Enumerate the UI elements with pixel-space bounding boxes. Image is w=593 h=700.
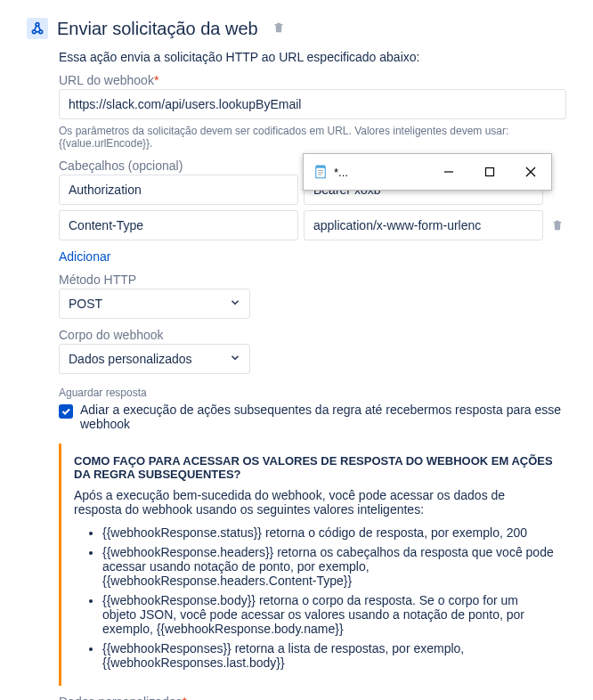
svg-rect-4	[316, 166, 326, 168]
maximize-button[interactable]	[469, 154, 510, 190]
custom-data-label: Dados personalizados*	[59, 695, 566, 700]
add-header-link[interactable]: Adicionar	[59, 249, 110, 264]
svg-point-1	[39, 30, 43, 34]
notepad-title: *...	[334, 166, 348, 179]
callout-item: {{webhookResponse.headers}} retorna os c…	[102, 545, 554, 588]
wait-checkbox-label: Adiar a execução de ações subsequentes d…	[80, 403, 566, 431]
webhook-url-hint: Os parâmetros da solicitação devem ser c…	[59, 125, 566, 150]
svg-point-2	[36, 23, 39, 27]
delete-header-icon[interactable]	[548, 216, 566, 234]
notepad-icon	[313, 164, 329, 180]
webhook-url-input[interactable]	[59, 89, 566, 119]
notepad-window[interactable]: *...	[303, 153, 552, 191]
svg-point-0	[32, 30, 36, 34]
callout-intro: Após a execução bem-sucedida do webhook,…	[74, 488, 554, 517]
wait-section-label: Aguardar resposta	[59, 387, 566, 399]
action-description: Essa ação envia a solicitação HTTP ao UR…	[59, 50, 566, 64]
header-key-input[interactable]	[59, 175, 298, 205]
help-callout: COMO FAÇO PARA ACESSAR OS VALORES DE RES…	[59, 444, 566, 686]
header-row	[59, 210, 566, 240]
minimize-button[interactable]	[428, 154, 469, 190]
delete-action-icon[interactable]	[272, 21, 285, 37]
webhook-url-label: URL do webhook*	[59, 73, 566, 87]
webhook-body-label: Corpo do webhook	[59, 328, 566, 342]
svg-rect-9	[486, 168, 494, 176]
webhook-body-select[interactable]	[59, 344, 250, 374]
page-title: Enviar solicitação da web	[57, 19, 258, 39]
callout-title: COMO FAÇO PARA ACESSAR OS VALORES DE RES…	[74, 454, 554, 481]
callout-item: {{webhookResponses}} retorna a lista de …	[102, 641, 554, 670]
action-header: Enviar solicitação da web	[27, 18, 566, 39]
callout-item: {{webhookResponse.body}} retorna o corpo…	[102, 593, 554, 636]
http-method-select[interactable]	[59, 289, 250, 319]
callout-item: {{webhookResponse.status}} retorna o cód…	[102, 525, 554, 540]
webhook-icon	[27, 18, 48, 39]
wait-checkbox[interactable]	[59, 404, 73, 419]
header-value-input[interactable]	[304, 210, 543, 240]
http-method-label: Método HTTP	[59, 273, 566, 287]
close-button[interactable]	[510, 154, 551, 190]
header-key-input[interactable]	[59, 210, 298, 240]
